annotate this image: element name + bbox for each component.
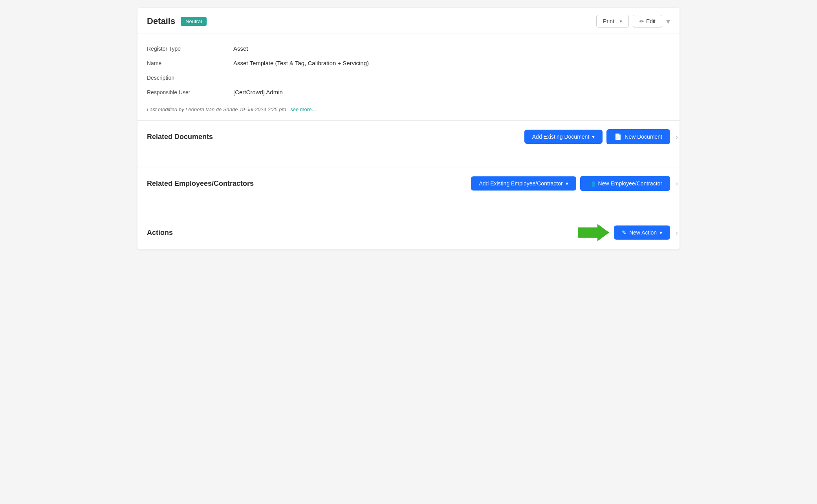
related-employees-header: Related Employees/Contractors Add Existi… (147, 167, 670, 198)
pencil-icon: ✏ (639, 18, 644, 24)
modified-line: Last modified by Leonora Van de Sande 19… (137, 103, 680, 120)
field-label-register-type: Register Type (147, 45, 233, 52)
field-row-responsible-user: Responsible User [CertCrowd] Admin (147, 85, 670, 99)
page-title: Details (147, 16, 175, 26)
related-employees-title: Related Employees/Contractors (147, 180, 254, 188)
field-row-description: Description (147, 70, 670, 85)
new-action-button[interactable]: ✎ New Action ▾ (614, 225, 670, 240)
related-documents-title: Related Documents (147, 133, 213, 141)
actions-title: Actions (147, 229, 173, 237)
related-employees-actions: Add Existing Employee/Contractor ▾ 👥 New… (471, 176, 670, 191)
field-label-description: Description (147, 74, 233, 81)
new-employee-label: New Employee/Contractor (598, 180, 662, 187)
field-value-name: Asset Template (Test & Tag, Calibration … (233, 60, 369, 66)
field-label-responsible-user: Responsible User (147, 89, 233, 95)
edit-button[interactable]: ✏ Edit (633, 15, 662, 27)
field-row-register-type: Register Type Asset (147, 41, 670, 56)
related-documents-section: Related Documents Add Existing Document … (137, 120, 680, 167)
add-existing-document-label: Add Existing Document (532, 134, 590, 140)
related-employees-section: Related Employees/Contractors Add Existi… (137, 167, 680, 214)
details-left: Details Neutral (147, 16, 207, 26)
actions-header: Actions ✎ New Action ▾ › (147, 214, 670, 249)
page-container: Details Neutral Print ▾ ✏ Edit ▾ Registe… (137, 8, 680, 249)
chevron-down-icon: ▾ (566, 180, 568, 187)
chevron-down-icon: ▾ (592, 134, 595, 140)
document-icon: 📄 (614, 133, 622, 140)
fields-section: Register Type Asset Name Asset Template … (137, 33, 680, 103)
chevron-right-icon: › (676, 229, 678, 237)
related-documents-header: Related Documents Add Existing Document … (147, 121, 670, 151)
status-badge: Neutral (181, 17, 207, 26)
field-value-register-type: Asset (233, 45, 248, 52)
actions-section: Actions ✎ New Action ▾ › (137, 214, 680, 249)
field-value-responsible-user: [CertCrowd] Admin (233, 89, 283, 95)
field-label-name: Name (147, 60, 233, 66)
actions-right: ✎ New Action ▾ (578, 223, 670, 242)
edit-label: Edit (646, 18, 656, 24)
related-documents-actions: Add Existing Document ▾ 📄 New Document (524, 129, 670, 144)
chevron-down-icon: ▾ (620, 19, 622, 24)
print-label: Print (603, 18, 614, 24)
svg-marker-0 (578, 224, 609, 241)
new-employee-button[interactable]: 👥 New Employee/Contractor (580, 176, 670, 191)
related-documents-content (147, 151, 670, 167)
details-header: Details Neutral Print ▾ ✏ Edit ▾ (137, 8, 680, 33)
add-existing-employee-button[interactable]: Add Existing Employee/Contractor ▾ (471, 176, 576, 191)
new-document-label: New Document (625, 134, 662, 140)
related-employees-content (147, 198, 670, 214)
see-more-link[interactable]: see more... (290, 106, 316, 112)
new-document-button[interactable]: 📄 New Document (606, 129, 670, 144)
chevron-down-icon: ▾ (659, 229, 662, 236)
chevron-right-icon: › (676, 180, 678, 188)
details-right: Print ▾ ✏ Edit ▾ (596, 15, 670, 27)
new-action-label: New Action (629, 229, 657, 236)
action-icon: ✎ (622, 229, 626, 236)
modified-text: Last modified by Leonora Van de Sande 19… (147, 106, 286, 112)
print-button[interactable]: Print ▾ (596, 15, 629, 27)
people-icon: 👥 (588, 180, 595, 187)
add-existing-employee-label: Add Existing Employee/Contractor (479, 180, 562, 187)
chevron-right-icon: › (676, 133, 678, 141)
chevron-down-icon-header: ▾ (666, 16, 670, 26)
add-existing-document-button[interactable]: Add Existing Document ▾ (524, 130, 603, 144)
green-arrow-icon (578, 223, 609, 242)
field-row-name: Name Asset Template (Test & Tag, Calibra… (147, 56, 670, 70)
